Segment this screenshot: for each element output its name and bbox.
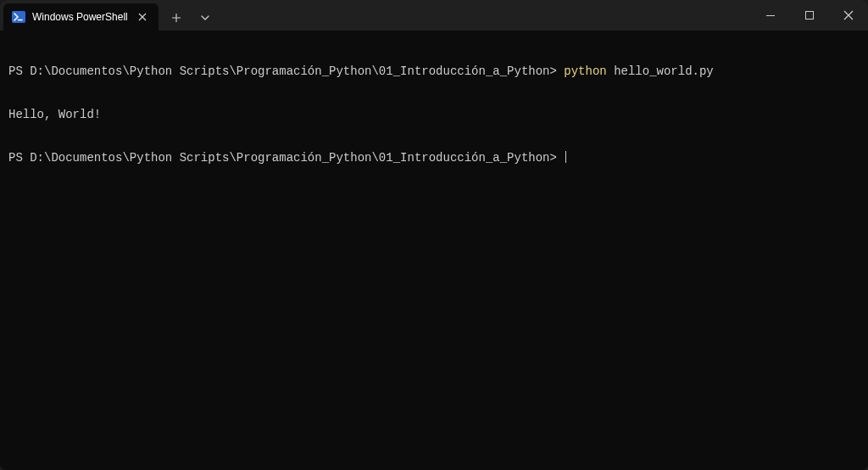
maximize-button[interactable]: [790, 0, 829, 31]
terminal-body[interactable]: PS D:\Documentos\Python Scripts\Programa…: [0, 31, 868, 470]
terminal-line: PS D:\Documentos\Python Scripts\Programa…: [8, 64, 860, 79]
svg-rect-1: [12, 11, 25, 23]
close-icon: [843, 10, 854, 20]
terminal-line: PS D:\Documentos\Python Scripts\Programa…: [8, 151, 860, 165]
tab-close-button[interactable]: [135, 9, 150, 25]
tab-powershell[interactable]: Windows PowerShell: [3, 3, 159, 31]
terminal-output: Hello, World!: [8, 108, 860, 122]
chevron-down-icon: [200, 13, 210, 23]
window-controls: [751, 0, 868, 31]
close-icon: [138, 13, 147, 21]
prompt-text: PS D:\Documentos\Python Scripts\Programa…: [8, 64, 557, 78]
minimize-icon: [766, 15, 775, 16]
text-cursor: [565, 151, 566, 163]
prompt-text: PS D:\Documentos\Python Scripts\Programa…: [8, 151, 557, 165]
tab-dropdown-button[interactable]: [192, 5, 218, 31]
command-binary: python: [564, 64, 606, 78]
powershell-icon: [12, 10, 25, 24]
new-tab-button[interactable]: [164, 5, 189, 31]
new-tab-area: [159, 5, 218, 31]
minimize-button[interactable]: [751, 0, 790, 31]
tab-strip: Windows PowerShell: [0, 0, 218, 31]
titlebar: Windows PowerShell: [0, 0, 868, 31]
terminal-window: Windows PowerShell: [0, 0, 868, 470]
plus-icon: [171, 13, 181, 23]
maximize-icon: [805, 11, 814, 20]
close-button[interactable]: [829, 0, 868, 31]
tab-title: Windows PowerShell: [32, 11, 128, 23]
command-argument: hello_world.py: [614, 64, 714, 78]
